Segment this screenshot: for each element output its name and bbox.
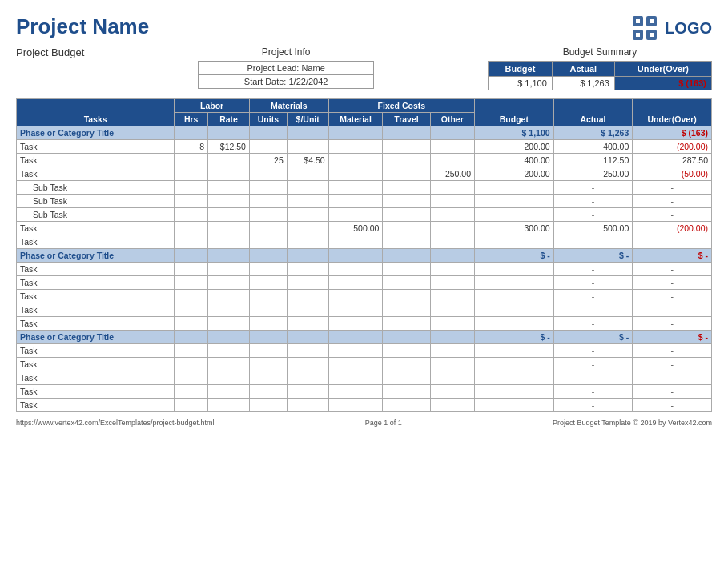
table-cell: [475, 358, 554, 371]
table-cell: [328, 399, 383, 412]
table-cell: Sub Task: [17, 181, 175, 195]
materials-header: Materials: [249, 99, 328, 113]
table-row: Task--: [17, 358, 712, 371]
project-info-section: Project Info Project Lead: Name Start Da…: [84, 46, 488, 89]
table-cell: -: [553, 371, 633, 385]
table-cell: [430, 195, 474, 208]
table-cell: [249, 399, 287, 412]
table-cell: [383, 358, 430, 371]
table-row: Task--: [17, 290, 712, 303]
start-date-label: Start Date:: [244, 77, 287, 86]
table-cell: -: [633, 303, 712, 317]
table-cell: [208, 303, 250, 317]
table-cell: Task: [17, 344, 175, 358]
table-cell: $ 1,100: [475, 126, 554, 140]
table-cell: [208, 208, 250, 222]
table-cell: [383, 126, 430, 140]
table-cell: 250.00: [430, 167, 474, 181]
table-cell: [475, 235, 554, 249]
table-body: Phase or Category Title$ 1,100$ 1,263$ (…: [17, 126, 712, 412]
table-cell: $ -: [553, 249, 633, 263]
hrs-header: Hrs: [175, 113, 208, 126]
table-cell: [328, 235, 383, 249]
summary-under-over-value: $ (163): [614, 77, 711, 90]
table-cell: [383, 154, 430, 167]
table-cell: [208, 249, 250, 263]
table-cell: Task: [17, 399, 175, 412]
table-cell: 200.00: [475, 140, 554, 154]
table-cell: [249, 344, 287, 358]
table-cell: [175, 181, 208, 195]
table-cell: 400.00: [553, 140, 633, 154]
table-cell: [208, 181, 250, 195]
table-cell: [287, 399, 328, 412]
table-cell: [383, 167, 430, 181]
table-cell: Phase or Category Title: [17, 126, 175, 140]
table-cell: Task: [17, 385, 175, 399]
table-cell: [383, 399, 430, 412]
table-cell: [430, 263, 474, 276]
table-cell: -: [633, 344, 712, 358]
table-cell: [287, 371, 328, 385]
table-cell: $ -: [475, 331, 554, 344]
table-cell: [383, 263, 430, 276]
project-budget-label: Project Budget: [16, 46, 84, 58]
table-cell: [249, 317, 287, 331]
table-cell: [430, 399, 474, 412]
table-row: Task--: [17, 235, 712, 249]
table-cell: [287, 263, 328, 276]
table-cell: [328, 317, 383, 331]
table-cell: -: [553, 303, 633, 317]
table-cell: (50.00): [633, 167, 712, 181]
table-cell: [430, 140, 474, 154]
per-unit-header: $/Unit: [287, 113, 328, 126]
table-cell: [328, 263, 383, 276]
table-cell: [249, 331, 287, 344]
table-cell: [328, 331, 383, 344]
table-cell: -: [633, 208, 712, 222]
budget-summary-table: Budget Actual Under(Over) $ 1,100 $ 1,26…: [488, 61, 712, 90]
table-cell: [249, 290, 287, 303]
rate-header: Rate: [208, 113, 250, 126]
table-cell: [475, 344, 554, 358]
table-cell: 300.00: [475, 222, 554, 235]
table-cell: [430, 222, 474, 235]
table-cell: -: [633, 263, 712, 276]
table-row: Task--: [17, 303, 712, 317]
table-cell: [383, 195, 430, 208]
table-cell: [475, 399, 554, 412]
table-cell: [175, 235, 208, 249]
table-row: Task--: [17, 276, 712, 290]
table-cell: [328, 154, 383, 167]
footer: https://www.vertex42.com/ExcelTemplates/…: [16, 419, 712, 427]
header: Project Name LOGO: [16, 14, 712, 42]
table-cell: [430, 303, 474, 317]
fixed-costs-header: Fixed Costs: [328, 99, 474, 113]
under-over-result-header: Under(Over): [633, 99, 712, 126]
other-header: Other: [430, 113, 474, 126]
table-cell: [175, 303, 208, 317]
table-cell: [328, 126, 383, 140]
tasks-header: Tasks: [17, 99, 175, 126]
table-cell: Task: [17, 358, 175, 371]
table-cell: [208, 331, 250, 344]
table-row: Task--: [17, 317, 712, 331]
table-cell: [430, 208, 474, 222]
summary-actual-value: $ 1,263: [552, 77, 614, 90]
table-cell: [287, 167, 328, 181]
table-cell: [175, 385, 208, 399]
table-cell: [430, 290, 474, 303]
table-cell: [175, 195, 208, 208]
col-group-row: Tasks Labor Materials Fixed Costs Budget…: [17, 99, 712, 113]
table-row: Task--: [17, 344, 712, 358]
project-name: Project Name: [16, 14, 149, 39]
table-cell: [287, 195, 328, 208]
table-cell: Task: [17, 222, 175, 235]
table-cell: $ -: [553, 331, 633, 344]
table-cell: Phase or Category Title: [17, 331, 175, 344]
table-cell: [208, 195, 250, 208]
table-cell: Task: [17, 167, 175, 181]
project-info-title: Project Info: [84, 46, 488, 58]
table-cell: [249, 358, 287, 371]
table-cell: [475, 303, 554, 317]
